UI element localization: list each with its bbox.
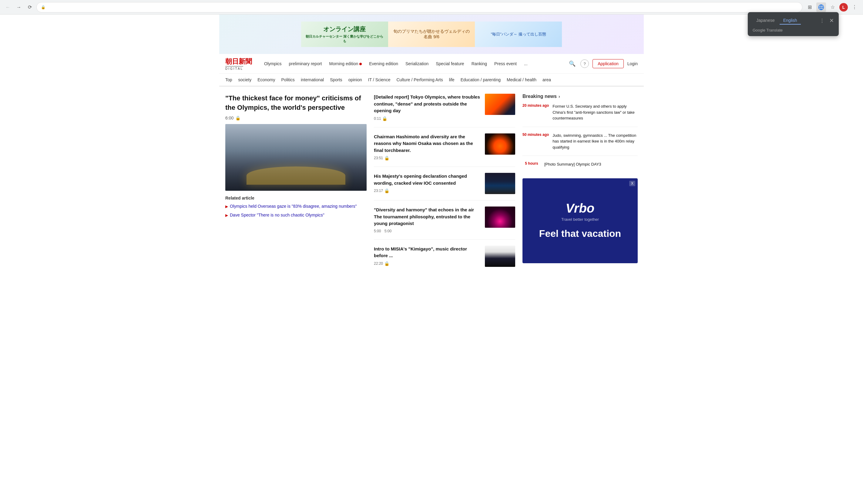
article-title-1[interactable]: Chairman Hashimoto and diversity are the… (374, 134, 480, 154)
nav-ranking[interactable]: Ranking (468, 60, 490, 68)
breaking-text-2[interactable]: [Photo Summary] Olympic DAY3 (544, 161, 601, 167)
article-thumb-1 (485, 134, 515, 155)
article-lock-4: 🔒 (384, 261, 389, 266)
url-input[interactable]: asahi.com (47, 5, 798, 10)
cat-education[interactable]: Education / parenting (461, 77, 501, 83)
nav-olympics[interactable]: Olympics (261, 60, 285, 68)
site-header: 朝日新聞 DIGITAL Olympics preliminary report… (219, 54, 644, 74)
browser-right-icons: ⊞ ☆ L ⋮ (805, 2, 859, 12)
nav-press-event[interactable]: Press event (491, 60, 520, 68)
related-item-0[interactable]: ▶ Olympics held Overseas gaze is "83% di… (225, 203, 367, 210)
featured-title[interactable]: "The thickest face for money" criticisms… (225, 94, 367, 113)
cat-top[interactable]: Top (225, 77, 232, 83)
nav-serialization[interactable]: Serialization (402, 60, 432, 68)
article-content-1: Chairman Hashimoto and diversity are the… (374, 134, 480, 161)
translate-button[interactable] (816, 2, 826, 12)
list-item: Chairman Hashimoto and diversity are the… (374, 134, 515, 167)
article-meta-0: 0:11 🔒 (374, 116, 480, 121)
banner-inner: オンライン講座 朝日カルチャーセンター 深く豊かな学びをどこからも 旬のプリマた… (301, 22, 562, 47)
article-title-0[interactable]: [Detailed report] Tokyo Olympics, where … (374, 94, 480, 114)
article-meta-2: 23:17 🔒 (374, 188, 480, 193)
cat-politics[interactable]: Politics (282, 77, 295, 83)
cat-medical[interactable]: Medical / health (507, 77, 536, 83)
address-bar[interactable]: 🔒 asahi.com (36, 2, 802, 12)
featured-meta: 6:00 🔒 (225, 115, 367, 121)
list-item: Intro to MISIA's "Kimigayo", music direc… (374, 245, 515, 273)
forward-button[interactable]: → (15, 3, 23, 12)
banner-text-1: オンライン講座 (305, 25, 385, 33)
tab-grid-button[interactable]: ⊞ (805, 2, 814, 12)
article-content-3: "Diversity and harmony" that echoes in t… (374, 206, 480, 233)
banner-ad: オンライン講座 朝日カルチャーセンター 深く豊かな学びをどこからも 旬のプリマた… (219, 15, 644, 54)
article-time-4: 22:20 (374, 261, 383, 266)
article-thumb-3 (485, 206, 515, 228)
nav-more[interactable]: ... (521, 60, 531, 68)
cat-international[interactable]: international (301, 77, 324, 83)
cat-it-science[interactable]: IT / Science (368, 77, 390, 83)
cat-opinion[interactable]: opinion (348, 77, 362, 83)
breaking-time-2: 5 hours (523, 161, 541, 167)
translate-more-button[interactable]: ⋮ (817, 16, 827, 25)
reload-button[interactable]: ⟳ (25, 3, 34, 12)
cat-society[interactable]: society (238, 77, 252, 83)
article-title-4[interactable]: Intro to MISIA's "Kimigayo", music direc… (374, 245, 480, 259)
more-options-button[interactable]: ⋮ (850, 2, 859, 12)
ad-big-text: Feel that vacation (539, 228, 621, 239)
article-list: [Detailed report] Tokyo Olympics, where … (374, 94, 515, 279)
site-logo[interactable]: 朝日新聞 DIGITAL (225, 57, 252, 70)
browser-bar: ← → ⟳ 🔒 asahi.com ⊞ ☆ L ⋮ (0, 0, 863, 15)
nav-morning-edition[interactable]: Morning edition (326, 60, 365, 68)
article-meta-4: 22:20 🔒 (374, 261, 480, 266)
search-button[interactable]: 🔍 (568, 59, 577, 68)
breaking-time-1: 50 minutes ago (523, 133, 549, 150)
translate-tabs: Japanese English (753, 17, 801, 25)
banner-text-2: 旬のプリマたちが聴かせるヴェルディの名曲 9/6 (392, 29, 472, 40)
english-tab[interactable]: English (780, 17, 801, 25)
featured-lock-icon: 🔒 (235, 115, 240, 121)
bookmark-button[interactable]: ☆ (828, 2, 838, 12)
related-item-1[interactable]: ▶ Dave Spector "There is no such chaotic… (225, 212, 367, 218)
login-button[interactable]: Login (627, 61, 638, 66)
ad-close-button[interactable]: X (629, 181, 635, 186)
japanese-tab[interactable]: Japanese (753, 17, 778, 25)
article-thumb-0 (485, 94, 515, 115)
nav-evening-edition[interactable]: Evening edition (366, 60, 401, 68)
related-arrow-1: ▶ (225, 213, 228, 218)
profile-button[interactable]: L (839, 3, 848, 12)
related-article-section: Related article ▶ Olympics held Overseas… (225, 196, 367, 218)
back-button[interactable]: ← (4, 3, 12, 12)
article-thumb-2 (485, 173, 515, 194)
translate-popup-close-button[interactable]: ✕ (829, 17, 834, 24)
main-layout: "The thickest face for money" criticisms… (219, 86, 644, 286)
article-title-2[interactable]: His Majesty's opening declaration change… (374, 173, 480, 187)
main-nav: Olympics preliminary report Morning edit… (261, 60, 531, 68)
article-time-1: 23:51 (374, 156, 383, 160)
list-item: [Detailed report] Tokyo Olympics, where … (374, 94, 515, 127)
article-content-2: His Majesty's opening declaration change… (374, 173, 480, 194)
morning-edition-dot (359, 63, 362, 65)
breaking-item-2: 5 hours [Photo Summary] Olympic DAY3 (523, 161, 638, 173)
breaking-news-header: Breaking news › (523, 94, 638, 99)
breaking-text-1[interactable]: Judo, swimming, gymnastics ... The compe… (552, 133, 638, 150)
article-time-3: 5:00 (374, 229, 381, 233)
ad-banner: X Vrbo Travel better together Feel that … (523, 178, 638, 263)
cat-culture[interactable]: Culture / Performing Arts (396, 77, 443, 83)
breaking-item-0: 20 minutes ago Former U.S. Secretary and… (523, 103, 638, 127)
application-button[interactable]: Application (592, 59, 624, 68)
cat-economy[interactable]: Economy (258, 77, 275, 83)
cat-area[interactable]: area (542, 77, 551, 83)
article-title-3[interactable]: "Diversity and harmony" that echoes in t… (374, 206, 480, 227)
cat-life[interactable]: life (449, 77, 454, 83)
google-translate-label: Google Translate (753, 28, 834, 33)
nav-preliminary-report[interactable]: preliminary report (286, 60, 325, 68)
help-button[interactable]: ? (580, 60, 589, 68)
header-right: 🔍 ? Application Login (568, 59, 638, 68)
breaking-time-0: 20 minutes ago (523, 103, 549, 121)
breaking-news-chevron[interactable]: › (559, 94, 560, 99)
cat-sports[interactable]: Sports (330, 77, 342, 83)
article-thumb-4 (485, 245, 515, 267)
translate-popup: Japanese English ⋮ ✕ Google Translate (748, 12, 839, 36)
breaking-text-0[interactable]: Former U.S. Secretary and others to appl… (552, 103, 638, 121)
nav-special-feature[interactable]: Special feature (433, 60, 467, 68)
logo-kanji: 朝日新聞 (225, 57, 252, 66)
